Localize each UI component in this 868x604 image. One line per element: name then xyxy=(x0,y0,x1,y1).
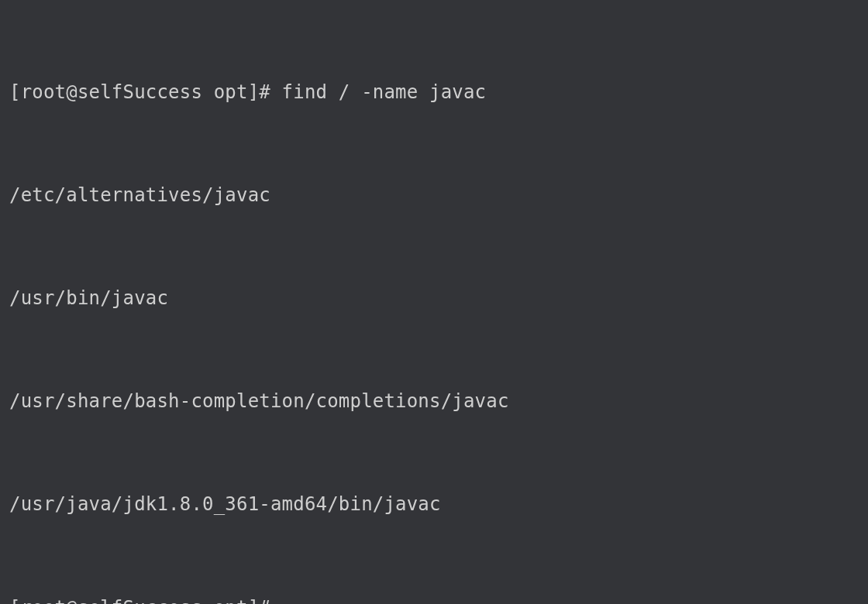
terminal-line: [root@selfSuccess opt]# xyxy=(9,591,859,604)
terminal-viewport[interactable]: [root@selfSuccess opt]# find / -name jav… xyxy=(9,6,859,604)
terminal-line: /usr/share/bash-completion/completions/j… xyxy=(9,384,859,418)
terminal-line: /usr/java/jdk1.8.0_361-amd64/bin/javac xyxy=(9,487,859,521)
terminal-line: [root@selfSuccess opt]# find / -name jav… xyxy=(9,75,859,109)
terminal-line: /etc/alternatives/javac xyxy=(9,178,859,212)
terminal-line: /usr/bin/javac xyxy=(9,281,859,315)
